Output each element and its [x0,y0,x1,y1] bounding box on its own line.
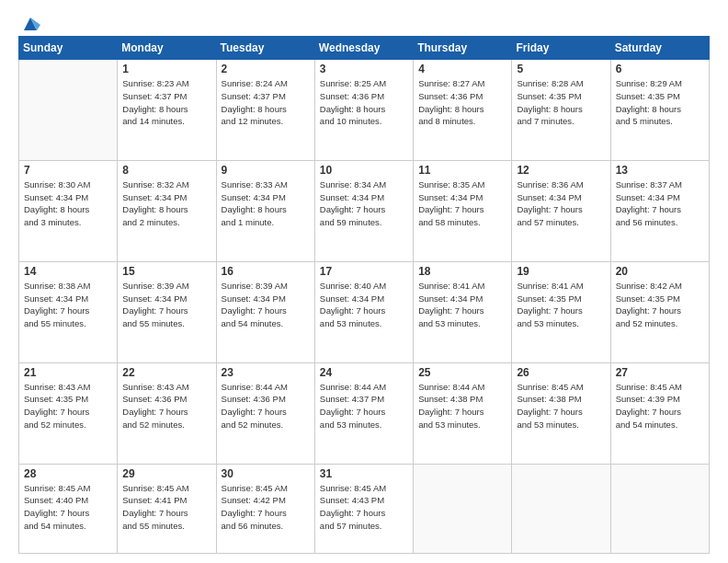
calendar-cell: 3Sunrise: 8:25 AMSunset: 4:36 PMDaylight… [314,60,413,161]
day-number: 11 [418,164,506,177]
day-info: Sunrise: 8:38 AMSunset: 4:34 PMDaylight:… [24,280,112,330]
day-info: Sunrise: 8:43 AMSunset: 4:35 PMDaylight:… [24,381,112,431]
day-number: 24 [320,366,408,379]
day-info: Sunrise: 8:39 AMSunset: 4:34 PMDaylight:… [222,280,310,330]
day-number: 16 [222,265,310,278]
day-header-friday: Friday [512,37,610,60]
day-number: 7 [24,164,112,177]
day-info: Sunrise: 8:45 AMSunset: 4:43 PMDaylight:… [320,482,408,533]
day-info: Sunrise: 8:40 AMSunset: 4:34 PMDaylight:… [320,280,408,330]
calendar-cell: 4Sunrise: 8:27 AMSunset: 4:36 PMDaylight… [414,60,512,161]
page: SundayMondayTuesdayWednesdayThursdayFrid… [0,0,728,563]
day-number: 3 [320,63,408,75]
day-header-thursday: Thursday [414,37,512,60]
calendar-header-row: SundayMondayTuesdayWednesdayThursdayFrid… [19,37,710,60]
day-info: Sunrise: 8:37 AMSunset: 4:34 PMDaylight:… [616,178,704,229]
day-info: Sunrise: 8:30 AMSunset: 4:34 PMDaylight:… [24,178,112,229]
week-row-1: 7Sunrise: 8:30 AMSunset: 4:34 PMDaylight… [19,160,710,261]
day-info: Sunrise: 8:45 AMSunset: 4:42 PMDaylight:… [222,482,310,533]
calendar-cell: 16Sunrise: 8:39 AMSunset: 4:34 PMDayligh… [216,261,314,362]
day-number: 30 [222,467,310,480]
day-number: 25 [418,366,506,379]
week-row-4: 28Sunrise: 8:45 AMSunset: 4:40 PMDayligh… [19,464,710,554]
day-header-monday: Monday [118,37,216,60]
day-number: 17 [320,265,408,278]
calendar-cell: 1Sunrise: 8:23 AMSunset: 4:37 PMDaylight… [118,60,216,161]
calendar-cell: 28Sunrise: 8:45 AMSunset: 4:40 PMDayligh… [19,464,118,554]
calendar-cell: 13Sunrise: 8:37 AMSunset: 4:34 PMDayligh… [610,160,709,261]
calendar-cell: 31Sunrise: 8:45 AMSunset: 4:43 PMDayligh… [314,464,413,554]
day-header-wednesday: Wednesday [314,37,413,60]
calendar-cell [19,60,118,161]
calendar-cell: 9Sunrise: 8:33 AMSunset: 4:34 PMDaylight… [216,160,314,261]
calendar-cell: 2Sunrise: 8:24 AMSunset: 4:37 PMDaylight… [216,60,314,161]
day-info: Sunrise: 8:35 AMSunset: 4:34 PMDaylight:… [418,178,506,229]
calendar-cell: 8Sunrise: 8:32 AMSunset: 4:34 PMDaylight… [118,160,216,261]
calendar-cell: 30Sunrise: 8:45 AMSunset: 4:42 PMDayligh… [216,464,314,554]
day-number: 5 [517,63,605,75]
day-number: 29 [122,467,210,480]
day-number: 26 [517,366,605,379]
calendar-cell: 15Sunrise: 8:39 AMSunset: 4:34 PMDayligh… [118,261,216,362]
day-number: 4 [418,63,506,75]
day-number: 14 [24,265,112,278]
day-number: 20 [616,265,704,278]
calendar-cell: 5Sunrise: 8:28 AMSunset: 4:35 PMDaylight… [512,60,610,161]
day-info: Sunrise: 8:44 AMSunset: 4:37 PMDaylight:… [320,381,408,431]
logo [18,14,40,29]
calendar-cell: 6Sunrise: 8:29 AMSunset: 4:35 PMDaylight… [610,60,709,161]
day-info: Sunrise: 8:45 AMSunset: 4:39 PMDaylight:… [616,381,704,431]
day-number: 6 [616,63,704,75]
day-info: Sunrise: 8:43 AMSunset: 4:36 PMDaylight:… [122,381,210,431]
calendar-cell [610,464,709,554]
week-row-2: 14Sunrise: 8:38 AMSunset: 4:34 PMDayligh… [19,261,710,362]
day-info: Sunrise: 8:34 AMSunset: 4:34 PMDaylight:… [320,178,408,229]
day-header-tuesday: Tuesday [216,37,314,60]
day-info: Sunrise: 8:32 AMSunset: 4:34 PMDaylight:… [122,178,210,229]
calendar-cell: 29Sunrise: 8:45 AMSunset: 4:41 PMDayligh… [118,464,216,554]
week-row-0: 1Sunrise: 8:23 AMSunset: 4:37 PMDaylight… [19,60,710,161]
day-info: Sunrise: 8:23 AMSunset: 4:37 PMDaylight:… [122,77,210,128]
day-info: Sunrise: 8:44 AMSunset: 4:38 PMDaylight:… [418,381,506,431]
day-number: 15 [122,265,210,278]
day-info: Sunrise: 8:45 AMSunset: 4:38 PMDaylight:… [517,381,605,431]
day-number: 22 [122,366,210,379]
logo-icon [20,14,40,32]
day-number: 23 [222,366,310,379]
day-info: Sunrise: 8:41 AMSunset: 4:34 PMDaylight:… [418,280,506,330]
day-info: Sunrise: 8:36 AMSunset: 4:34 PMDaylight:… [517,178,605,229]
day-info: Sunrise: 8:45 AMSunset: 4:40 PMDaylight:… [24,482,112,533]
calendar-table: SundayMondayTuesdayWednesdayThursdayFrid… [18,36,710,554]
header [18,14,710,29]
day-info: Sunrise: 8:45 AMSunset: 4:41 PMDaylight:… [122,482,210,533]
calendar-cell: 14Sunrise: 8:38 AMSunset: 4:34 PMDayligh… [19,261,118,362]
calendar-cell [512,464,610,554]
calendar-cell: 24Sunrise: 8:44 AMSunset: 4:37 PMDayligh… [314,362,413,464]
day-number: 12 [517,164,605,177]
day-number: 18 [418,265,506,278]
calendar-cell: 7Sunrise: 8:30 AMSunset: 4:34 PMDaylight… [19,160,118,261]
calendar-cell: 17Sunrise: 8:40 AMSunset: 4:34 PMDayligh… [314,261,413,362]
calendar-cell: 23Sunrise: 8:44 AMSunset: 4:36 PMDayligh… [216,362,314,464]
day-info: Sunrise: 8:24 AMSunset: 4:37 PMDaylight:… [222,77,310,128]
calendar-cell: 10Sunrise: 8:34 AMSunset: 4:34 PMDayligh… [314,160,413,261]
calendar-cell: 25Sunrise: 8:44 AMSunset: 4:38 PMDayligh… [414,362,512,464]
day-number: 10 [320,164,408,177]
calendar-cell: 21Sunrise: 8:43 AMSunset: 4:35 PMDayligh… [19,362,118,464]
day-header-saturday: Saturday [610,37,709,60]
day-info: Sunrise: 8:27 AMSunset: 4:36 PMDaylight:… [418,77,506,128]
calendar-cell: 27Sunrise: 8:45 AMSunset: 4:39 PMDayligh… [610,362,709,464]
day-number: 27 [616,366,704,379]
day-info: Sunrise: 8:33 AMSunset: 4:34 PMDaylight:… [222,178,310,229]
day-info: Sunrise: 8:42 AMSunset: 4:35 PMDaylight:… [616,280,704,330]
calendar-cell: 11Sunrise: 8:35 AMSunset: 4:34 PMDayligh… [414,160,512,261]
day-number: 31 [320,467,408,480]
day-info: Sunrise: 8:29 AMSunset: 4:35 PMDaylight:… [616,77,704,128]
week-row-3: 21Sunrise: 8:43 AMSunset: 4:35 PMDayligh… [19,362,710,464]
day-info: Sunrise: 8:28 AMSunset: 4:35 PMDaylight:… [517,77,605,128]
day-number: 28 [24,467,112,480]
calendar-cell: 20Sunrise: 8:42 AMSunset: 4:35 PMDayligh… [610,261,709,362]
day-number: 13 [616,164,704,177]
day-number: 19 [517,265,605,278]
calendar-cell: 26Sunrise: 8:45 AMSunset: 4:38 PMDayligh… [512,362,610,464]
